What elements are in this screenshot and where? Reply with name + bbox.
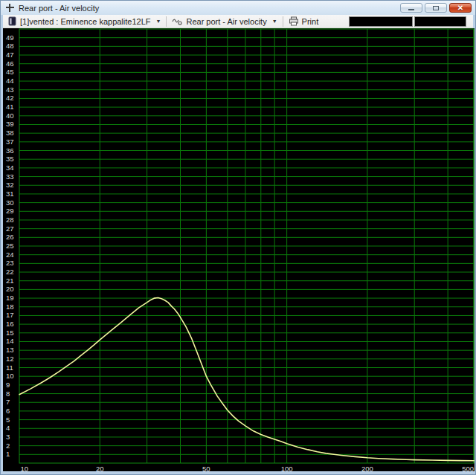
y-tick-label: 19 bbox=[6, 294, 14, 302]
y-tick-label: 16 bbox=[6, 320, 14, 328]
y-tick-label: 36 bbox=[6, 146, 14, 155]
graph-type-label: Rear port - Air velocity bbox=[186, 17, 266, 26]
graph-type-dropdown[interactable]: Rear port - Air velocity ▼ bbox=[169, 16, 280, 28]
y-tick-label: 28 bbox=[6, 216, 14, 224]
cursor-readouts bbox=[349, 16, 466, 27]
y-tick-label: 39 bbox=[6, 120, 14, 128]
y-tick-label: 35 bbox=[6, 155, 14, 163]
y-tick-label: 17 bbox=[6, 311, 14, 319]
y-tick-label: 32 bbox=[6, 181, 14, 189]
y-tick-label: 14 bbox=[6, 337, 14, 345]
y-tick-label: 15 bbox=[6, 329, 14, 337]
y-tick-label: 7 bbox=[6, 398, 10, 406]
caption-buttons: ✕ bbox=[400, 3, 472, 13]
winisd-chart-window: Rear port - Air velocity ✕ [1]vented : E… bbox=[0, 0, 476, 475]
y-tick-label: 48 bbox=[6, 42, 14, 50]
y-tick-label: 1 bbox=[6, 450, 10, 458]
project-selector-label: [1]vented : Eminence kappalite12LF bbox=[20, 17, 151, 26]
readout-value bbox=[414, 16, 466, 27]
y-tick-label: 12 bbox=[6, 355, 14, 363]
dropdown-arrow-icon: ▼ bbox=[156, 19, 161, 24]
print-button-label: Print bbox=[302, 17, 319, 26]
chart-toolbar: [1]vented : Eminence kappalite12LF ▼ Rea… bbox=[3, 15, 473, 28]
x-tick-label: 10 bbox=[21, 465, 29, 471]
toolbar-separator bbox=[283, 16, 283, 27]
y-tick-label: 4 bbox=[6, 424, 10, 432]
y-tick-label: 43 bbox=[6, 85, 14, 94]
maximize-button[interactable] bbox=[425, 3, 447, 13]
y-tick-label: 5 bbox=[6, 416, 10, 424]
y-tick-label: 23 bbox=[6, 259, 14, 267]
y-tick-label: 45 bbox=[6, 68, 14, 76]
window-title: Rear port - Air velocity bbox=[19, 4, 99, 13]
project-selector-dropdown[interactable]: [1]vented : Eminence kappalite12LF ▼ bbox=[4, 16, 164, 28]
y-tick-label: 34 bbox=[6, 164, 14, 172]
y-tick-label: 41 bbox=[6, 103, 14, 111]
y-tick-label: 46 bbox=[6, 59, 14, 68]
y-tick-label: 13 bbox=[6, 346, 14, 354]
y-tick-label: 9 bbox=[6, 381, 10, 389]
window-titlebar[interactable]: Rear port - Air velocity ✕ bbox=[1, 1, 475, 15]
y-tick-label: 38 bbox=[6, 129, 14, 137]
print-button[interactable]: Print bbox=[286, 16, 322, 28]
project-icon bbox=[7, 16, 17, 26]
y-tick-label: 37 bbox=[6, 138, 14, 146]
x-tick-label: 200 bbox=[361, 465, 373, 471]
y-tick-label: 29 bbox=[6, 207, 14, 215]
y-tick-label: 21 bbox=[6, 277, 14, 285]
y-tick-label: 47 bbox=[6, 51, 14, 59]
y-tick-label: 27 bbox=[6, 224, 14, 233]
y-tick-label: 24 bbox=[6, 251, 14, 259]
minimize-button[interactable] bbox=[400, 3, 422, 13]
readout-frequency bbox=[349, 16, 413, 27]
y-tick-label: 6 bbox=[6, 407, 10, 415]
x-tick-label: 500 bbox=[462, 465, 474, 471]
x-tick-label: 100 bbox=[281, 465, 293, 471]
y-tick-label: 2 bbox=[6, 442, 10, 450]
y-tick-label: 33 bbox=[6, 172, 14, 181]
y-tick-label: 42 bbox=[6, 94, 14, 102]
y-tick-label: 8 bbox=[6, 390, 10, 398]
maximize-icon bbox=[433, 6, 439, 10]
y-tick-label: 40 bbox=[6, 112, 14, 120]
y-tick-label: 10 bbox=[6, 372, 14, 380]
x-tick-label: 20 bbox=[96, 465, 104, 471]
y-tick-label: 44 bbox=[6, 77, 14, 85]
x-tick-label: 50 bbox=[202, 465, 210, 471]
print-icon bbox=[289, 16, 299, 26]
close-button[interactable]: ✕ bbox=[449, 3, 472, 13]
minimize-icon bbox=[408, 9, 414, 10]
dropdown-arrow-icon: ▼ bbox=[272, 19, 277, 24]
air-velocity-plot[interactable]: 1234567891011121314151617181920212223242… bbox=[3, 28, 475, 471]
y-tick-label: 31 bbox=[6, 190, 14, 198]
y-tick-label: 26 bbox=[6, 233, 14, 241]
chart-area: 1234567891011121314151617181920212223242… bbox=[3, 28, 473, 471]
y-tick-label: 25 bbox=[6, 242, 14, 250]
y-tick-label: 22 bbox=[6, 268, 14, 276]
y-tick-label: 18 bbox=[6, 303, 14, 311]
y-tick-label: 3 bbox=[6, 433, 10, 441]
crosshair-icon bbox=[6, 4, 14, 12]
y-tick-label: 30 bbox=[6, 198, 14, 207]
plot-background bbox=[3, 28, 475, 471]
toolbar-separator bbox=[166, 16, 167, 27]
graph-type-icon bbox=[172, 17, 183, 26]
close-icon: ✕ bbox=[457, 4, 463, 12]
y-tick-label: 20 bbox=[6, 285, 14, 293]
y-tick-label: 49 bbox=[6, 33, 14, 42]
y-tick-label: 11 bbox=[6, 363, 13, 372]
